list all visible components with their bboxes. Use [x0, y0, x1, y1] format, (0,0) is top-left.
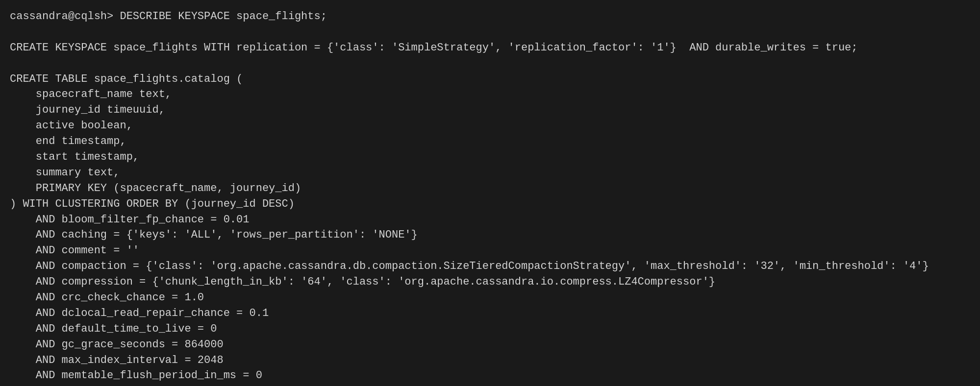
terminal-line-and3: AND comment = '': [10, 243, 970, 259]
terminal-line-col4: end timestamp,: [10, 134, 970, 149]
terminal-line-and6: AND crc_check_chance = 1.0: [10, 290, 970, 306]
terminal-line-and4: AND compaction = {'class': 'org.apache.c…: [10, 259, 970, 274]
terminal-line-and11: AND memtable_flush_period_in_ms = 0: [10, 368, 970, 384]
terminal-line-and2: AND caching = {'keys': 'ALL', 'rows_per_…: [10, 227, 970, 243]
terminal-line-col1: spacecraft_name text,: [10, 87, 970, 102]
terminal-line-and9: AND gc_grace_seconds = 864000: [10, 337, 970, 353]
empty-line-blank2: [10, 56, 970, 72]
terminal-line-col5: start timestamp,: [10, 149, 970, 165]
terminal-line-col2: journey_id timeuuid,: [10, 102, 970, 118]
terminal-line-col6: summary text,: [10, 165, 970, 181]
terminal-line-with1: ) WITH CLUSTERING ORDER BY (journey_id D…: [10, 196, 970, 212]
terminal-line-and1: AND bloom_filter_fp_chance = 0.01: [10, 212, 970, 228]
terminal-line-create_ks: CREATE KEYSPACE space_flights WITH repli…: [10, 40, 970, 56]
terminal-line-and12: AND min_index_interval = 128: [10, 384, 970, 386]
terminal-line-and7: AND dclocal_read_repair_chance = 0.1: [10, 306, 970, 321]
empty-line-blank1: [10, 24, 970, 40]
terminal: cassandra@cqlsh> DESCRIBE KEYSPACE space…: [10, 9, 970, 377]
terminal-line-and5: AND compression = {'chunk_length_in_kb':…: [10, 274, 970, 290]
terminal-line-create_table: CREATE TABLE space_flights.catalog (: [10, 72, 970, 87]
terminal-line-and10: AND max_index_interval = 2048: [10, 353, 970, 368]
terminal-line-and8: AND default_time_to_live = 0: [10, 321, 970, 337]
terminal-line-col3: active boolean,: [10, 118, 970, 134]
terminal-line-col7: PRIMARY KEY (spacecraft_name, journey_id…: [10, 181, 970, 196]
terminal-line-cmd1: cassandra@cqlsh> DESCRIBE KEYSPACE space…: [10, 9, 970, 24]
